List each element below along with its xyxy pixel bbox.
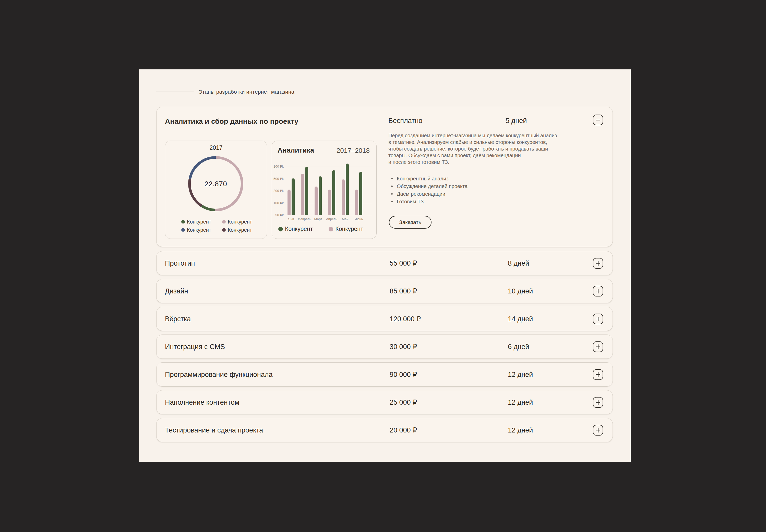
legend-dot-icon <box>328 227 333 231</box>
accordion-row[interactable]: Интеграция с CMS 30 000 ₽ 6 дней <box>156 335 613 359</box>
expand-button[interactable] <box>593 369 603 380</box>
page: { "colors": { "page_background": "#26242… <box>0 0 766 532</box>
y-tick-label: 100 ₽k <box>272 165 284 168</box>
legend-dot-icon <box>181 220 185 224</box>
expand-button[interactable] <box>593 286 603 296</box>
bullet-item: Даём рекомендации <box>389 190 468 198</box>
legend-item: Конкурент <box>278 226 313 232</box>
row-title: Программирование функционала <box>165 370 273 378</box>
bar-green <box>346 164 349 215</box>
y-tick-label: 50 ₽k <box>272 213 284 217</box>
bar-legend: КонкурентКонкурент <box>278 226 363 232</box>
row-duration: 12 дней <box>508 426 533 434</box>
bar-chart-period: 2017–2018 <box>336 147 370 155</box>
legend-item: Конкурент <box>181 226 222 234</box>
row-title: Тестирование и сдача проекта <box>165 426 263 434</box>
gridline <box>285 215 372 215</box>
legend-item: Конкурент <box>222 226 263 234</box>
row-price: 20 000 ₽ <box>390 426 417 434</box>
row-price: 55 000 ₽ <box>390 259 417 267</box>
heading-label: Этапы разработки интернет-магазина <box>198 89 294 95</box>
x-tick-label: Март <box>310 217 326 221</box>
bar-chart-title: Аналитика <box>277 146 314 154</box>
legend-dot-icon <box>181 228 185 232</box>
plus-icon <box>596 344 600 349</box>
plus-icon <box>596 261 600 266</box>
accordion-row[interactable]: Тестирование и сдача проекта 20 000 ₽ 12… <box>156 418 613 442</box>
legend-label: Конкурент <box>228 219 252 225</box>
bar-pink <box>301 174 304 215</box>
bar-green <box>332 170 335 215</box>
expand-button[interactable] <box>593 397 603 408</box>
legend-item: Конкурент <box>328 226 363 232</box>
bullet-item: Конкурентный анализ <box>389 175 468 182</box>
legend-label: Конкурент <box>187 227 211 233</box>
legend-label: Конкурент <box>187 219 211 225</box>
accordion-row[interactable]: Программирование функционала 90 000 ₽ 12… <box>156 362 613 387</box>
accordion-item-analytics-expanded: Аналитика и сбор данных по проекту 2017 … <box>156 107 613 247</box>
x-tick-label: Янв <box>283 217 299 221</box>
y-tick-label: 100 ₽k <box>272 201 284 205</box>
bar-chart-card: Аналитика 2017–2018 50 ₽k100 ₽k200 ₽k500… <box>272 141 376 239</box>
accordion-row[interactable]: Вёрстка 120 000 ₽ 14 дней <box>156 307 613 331</box>
section-heading: Этапы разработки интернет-магазина <box>156 89 294 95</box>
row-title: Дизайн <box>165 287 188 295</box>
row-title: Вёрстка <box>165 315 191 323</box>
bar-green <box>359 172 362 215</box>
donut-legend: КонкурентКонкурентКонкурентКонкурент <box>181 218 263 234</box>
legend-dot-icon <box>278 227 283 231</box>
accordion-row[interactable]: Дизайн 85 000 ₽ 10 дней <box>156 279 613 303</box>
expand-button[interactable] <box>593 341 603 352</box>
stage-title: Аналитика и сбор данных по проекту <box>165 117 298 126</box>
y-tick-label: 500 ₽k <box>272 177 284 181</box>
bullet-item: Готовим ТЗ <box>389 198 468 205</box>
stage-description: Перед созданием интернет-магазина мы дел… <box>389 132 567 165</box>
legend-dot-icon <box>222 220 226 224</box>
row-duration: 10 дней <box>508 287 533 295</box>
stage-price: Бесплатно <box>389 117 422 125</box>
legend-item: Конкурент <box>181 218 222 226</box>
bullet-item: Обсуждение деталей проекта <box>389 182 468 190</box>
accordion-row[interactable]: Прототип 55 000 ₽ 8 дней <box>156 251 613 275</box>
row-duration: 12 дней <box>508 370 533 378</box>
x-tick-label: Февраль <box>297 217 312 221</box>
legend-label: Конкурент <box>335 226 363 232</box>
row-title: Интеграция с CMS <box>165 343 225 351</box>
row-duration: 6 дней <box>508 343 529 351</box>
x-tick-label: Апрель <box>324 217 339 221</box>
minus-icon <box>596 118 600 122</box>
plus-icon <box>596 400 600 405</box>
row-title: Прототип <box>165 259 195 267</box>
collapse-button[interactable] <box>593 115 603 125</box>
row-price: 120 000 ₽ <box>390 315 421 323</box>
order-button[interactable]: Заказать <box>389 216 432 229</box>
bar-green <box>291 178 295 215</box>
y-tick-label: 200 ₽k <box>272 189 284 193</box>
plus-icon <box>596 289 600 293</box>
content-panel: Этапы разработки интернет-магазина Анали… <box>139 69 631 462</box>
legend-label: Конкурент <box>228 227 252 233</box>
expand-button[interactable] <box>593 425 603 436</box>
expand-button[interactable] <box>593 314 603 324</box>
x-tick-label: Июнь <box>351 217 366 221</box>
donut-chart-card: 2017 22.870 КонкурентКонкурентКонкурентК… <box>165 141 267 239</box>
row-duration: 14 дней <box>508 315 533 323</box>
heading-rule-line <box>156 92 194 92</box>
accordion-row[interactable]: Наполнение контентом 25 000 ₽ 12 дней <box>156 390 613 414</box>
expand-button[interactable] <box>593 258 603 269</box>
donut-center-value: 22.870 <box>190 180 241 188</box>
row-duration: 8 дней <box>508 259 529 267</box>
plus-icon <box>596 372 600 377</box>
row-duration: 12 дней <box>508 398 533 406</box>
bar-pink <box>328 190 331 215</box>
donut-chart-title: 2017 <box>165 144 267 151</box>
row-price: 30 000 ₽ <box>390 343 417 351</box>
stage-duration: 5 дней <box>506 117 527 125</box>
stage-bullet-list: Конкурентный анализОбсуждение деталей пр… <box>389 175 468 205</box>
stage-rows: Прототип 55 000 ₽ 8 дней Дизайн 85 000 ₽… <box>156 251 613 442</box>
row-price: 90 000 ₽ <box>390 370 417 379</box>
legend-item: Конкурент <box>222 218 263 226</box>
row-title: Наполнение контентом <box>165 398 239 406</box>
bar-green <box>305 167 308 215</box>
bar-pink <box>287 190 290 215</box>
